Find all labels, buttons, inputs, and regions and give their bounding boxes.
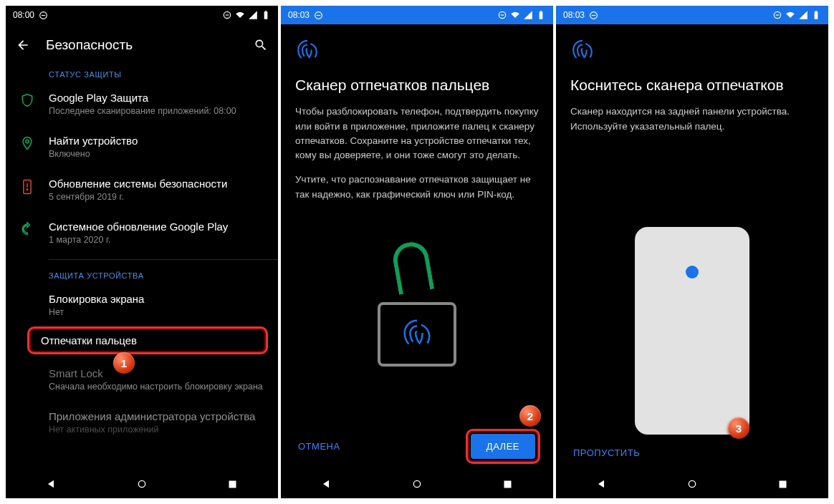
fingerprint-icon bbox=[570, 39, 814, 66]
screen-touch-sensor: 08:03 Коснитесь сканера отпечатков Скане… bbox=[556, 6, 828, 498]
nav-recent[interactable] bbox=[500, 476, 516, 492]
find-device-title: Найти устройство bbox=[49, 135, 268, 147]
smart-lock-title: Smart Lock bbox=[49, 367, 268, 379]
svg-rect-11 bbox=[229, 480, 236, 488]
step-badge-2: 2 bbox=[519, 405, 541, 427]
fingerprint-icon bbox=[295, 39, 539, 66]
nav-back[interactable] bbox=[318, 476, 334, 492]
play-protect-title: Google Play Защита bbox=[49, 92, 268, 104]
status-time: 08:00 bbox=[13, 10, 34, 20]
item-security-update[interactable]: Обновление системы безопасности 5 сентяб… bbox=[6, 169, 278, 212]
paragraph-2: Учтите, что распознавание отпечатков защ… bbox=[295, 173, 539, 202]
wifi-icon bbox=[235, 10, 245, 20]
screen-fingerprint-intro: 08:03 Сканер отпечатков пальцев Чтобы ра… bbox=[281, 6, 553, 498]
nav-recent[interactable] bbox=[225, 476, 241, 492]
svg-rect-24 bbox=[815, 11, 818, 19]
item-smart-lock[interactable]: Smart Lock Сначала необходимо настроить … bbox=[6, 354, 278, 402]
security-update-title: Обновление системы безопасности bbox=[49, 178, 268, 190]
find-device-sub: Включено bbox=[49, 148, 268, 160]
signal-icon bbox=[248, 10, 258, 20]
back-icon[interactable] bbox=[16, 38, 30, 52]
item-screen-lock[interactable]: Блокировка экрана Нет bbox=[6, 284, 278, 327]
svg-point-9 bbox=[27, 189, 27, 190]
nav-recent[interactable] bbox=[775, 476, 791, 492]
nav-home[interactable] bbox=[409, 476, 425, 492]
next-button-highlight: ДАЛЕЕ 2 bbox=[466, 429, 540, 464]
navigation-bar bbox=[556, 470, 828, 498]
fingerprint-icon bbox=[401, 318, 433, 351]
svg-rect-17 bbox=[540, 11, 542, 11]
svg-rect-4 bbox=[264, 11, 268, 19]
search-icon[interactable] bbox=[254, 38, 268, 52]
navigation-bar bbox=[6, 470, 278, 498]
screen-lock-sub: Нет bbox=[49, 306, 268, 319]
minus-circle-icon bbox=[772, 10, 782, 20]
cancel-button[interactable]: ОТМЕНА bbox=[294, 435, 345, 457]
shield-icon bbox=[20, 93, 34, 107]
device-admin-title: Приложения администратора устройства bbox=[49, 410, 268, 422]
security-update-sub: 5 сентября 2019 г. bbox=[49, 191, 268, 203]
svg-rect-25 bbox=[815, 11, 817, 11]
paragraph-1: Чтобы разблокировать телефон, подтвердит… bbox=[295, 105, 539, 163]
nav-home[interactable] bbox=[684, 476, 700, 492]
nav-back[interactable] bbox=[43, 476, 59, 492]
phone-illustration: 3 bbox=[570, 144, 814, 435]
minus-circle-icon bbox=[497, 10, 507, 20]
svg-rect-16 bbox=[540, 11, 543, 19]
status-time: 08:03 bbox=[563, 10, 585, 20]
signal-icon bbox=[523, 10, 533, 20]
nav-home[interactable] bbox=[134, 476, 150, 492]
phone-alert-icon bbox=[21, 179, 34, 195]
svg-rect-5 bbox=[265, 11, 267, 11]
wifi-icon bbox=[510, 10, 520, 20]
next-button[interactable]: ДАЛЕЕ bbox=[471, 434, 535, 459]
dnd-icon bbox=[314, 11, 323, 20]
statusbar: 08:03 bbox=[281, 6, 553, 24]
item-fingerprints[interactable]: Отпечатки пальцев bbox=[27, 326, 268, 354]
svg-rect-19 bbox=[504, 480, 512, 488]
fingerprints-title: Отпечатки пальцев bbox=[41, 334, 256, 346]
gp-update-title: Системное обновление Google Play bbox=[49, 220, 268, 233]
heading: Коснитесь сканера отпечатков bbox=[570, 76, 814, 94]
page-title: Безопасность bbox=[46, 37, 238, 53]
navigation-bar bbox=[281, 470, 553, 498]
heading: Сканер отпечатков пальцев bbox=[295, 76, 539, 94]
location-icon bbox=[20, 136, 34, 150]
nav-back[interactable] bbox=[593, 476, 609, 492]
section-header-device: ЗАЩИТА УСТРОЙСТВА bbox=[6, 264, 278, 284]
battery-icon bbox=[261, 10, 271, 20]
divider bbox=[49, 259, 278, 260]
battery-icon bbox=[811, 10, 821, 20]
screen-lock-title: Блокировка экрана bbox=[49, 293, 268, 305]
item-gp-system-update[interactable]: Системное обновление Google Play 1 марта… bbox=[6, 212, 278, 255]
step-badge-3: 3 bbox=[728, 417, 749, 439]
item-device-admin[interactable]: Приложения администратора устройства Нет… bbox=[6, 402, 278, 436]
dnd-icon bbox=[39, 11, 48, 20]
play-protect-sub: Последнее сканирование приложений: 08:00 bbox=[49, 105, 268, 117]
status-time: 08:03 bbox=[288, 10, 310, 20]
svg-point-26 bbox=[689, 480, 695, 487]
lock-illustration bbox=[295, 212, 539, 422]
svg-point-10 bbox=[138, 480, 145, 487]
minus-circle-icon bbox=[222, 10, 232, 20]
item-find-device[interactable]: Найти устройство Включено bbox=[6, 126, 278, 169]
wifi-icon bbox=[785, 10, 795, 20]
screen-security-settings: 08:00 Безопасность СТАТУС ЗАЩИТЫ Google … bbox=[6, 6, 278, 498]
section-header-status: СТАТУС ЗАЩИТЫ bbox=[6, 63, 278, 83]
battery-icon bbox=[536, 10, 546, 20]
svg-point-6 bbox=[26, 140, 29, 142]
update-icon bbox=[20, 222, 34, 236]
svg-point-18 bbox=[413, 480, 420, 487]
statusbar: 08:00 bbox=[6, 6, 278, 24]
gp-update-sub: 1 марта 2020 г. bbox=[49, 234, 268, 246]
statusbar: 08:03 bbox=[556, 6, 828, 24]
app-bar: Безопасность bbox=[6, 24, 278, 63]
skip-button[interactable]: ПРОПУСТИТЬ bbox=[569, 442, 644, 464]
dnd-icon bbox=[589, 11, 598, 20]
smart-lock-sub: Сначала необходимо настроить блокировку … bbox=[49, 381, 268, 393]
signal-icon bbox=[798, 10, 808, 20]
paragraph-1: Сканер находится на задней панели устрой… bbox=[570, 105, 814, 134]
device-admin-sub: Нет активных приложений bbox=[49, 424, 268, 436]
item-play-protect[interactable]: Google Play Защита Последнее сканировани… bbox=[6, 83, 278, 126]
svg-rect-27 bbox=[780, 480, 787, 488]
